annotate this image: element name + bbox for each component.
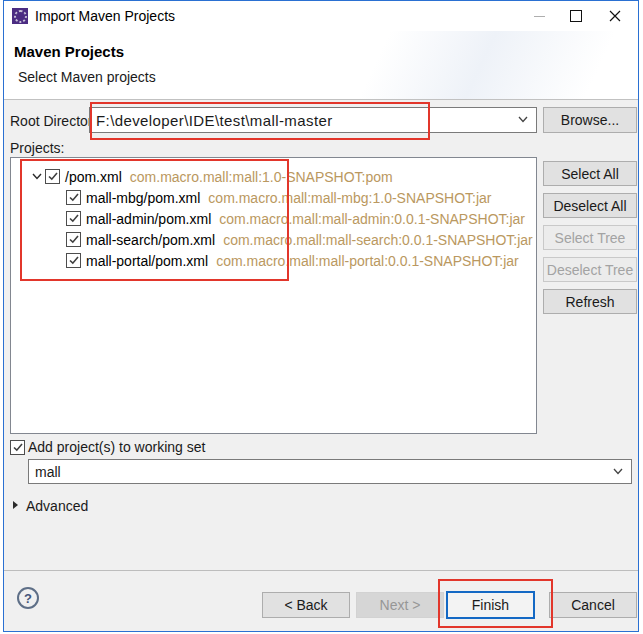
cancel-button[interactable]: Cancel <box>549 592 637 618</box>
next-button: Next > <box>356 592 444 618</box>
chevron-expanded-icon[interactable] <box>32 173 45 180</box>
project-gav: com.macro.mall:mall-search:0.0.1-SNAPSHO… <box>223 232 533 248</box>
project-name: /pom.xml <box>65 169 122 185</box>
tree-item-mall-admin[interactable]: mall-admin/pom.xml com.macro.mall:mall-a… <box>11 208 536 229</box>
project-gav: com.macro.mall:mall-admin:0.0.1-SNAPSHOT… <box>219 211 525 227</box>
project-checkbox[interactable] <box>66 190 81 205</box>
browse-button[interactable]: Browse... <box>543 107 637 133</box>
checkmark-icon <box>69 193 79 202</box>
window-title: Import Maven Projects <box>35 8 175 24</box>
wizard-banner: Maven Projects Select Maven projects <box>4 31 638 100</box>
project-name: mall-portal/pom.xml <box>86 253 208 269</box>
deselect-all-button[interactable]: Deselect All <box>543 193 637 218</box>
page-title: Maven Projects <box>14 43 124 60</box>
finish-button[interactable]: Finish <box>446 591 535 619</box>
advanced-toggle[interactable]: Advanced <box>26 498 88 514</box>
tree-item-root-pom[interactable]: /pom.xml com.macro.mall:mall:1.0-SNAPSHO… <box>11 166 536 187</box>
project-gav: com.macro.mall:mall:1.0-SNAPSHOT:pom <box>130 169 393 185</box>
close-button[interactable] <box>600 1 630 31</box>
project-checkbox[interactable] <box>66 211 81 226</box>
checkmark-icon <box>69 214 79 223</box>
working-set-checkbox[interactable] <box>10 440 25 455</box>
tree-item-mall-search[interactable]: mall-search/pom.xml com.macro.mall:mall-… <box>11 229 536 250</box>
select-all-button[interactable]: Select All <box>543 161 637 186</box>
project-checkbox[interactable] <box>45 169 60 184</box>
working-set-value: mall <box>35 464 61 480</box>
projects-label: Projects: <box>10 140 64 156</box>
project-name: mall-mbg/pom.xml <box>86 190 200 206</box>
project-gav: com.macro.mall:mall-portal:0.0.1-SNAPSHO… <box>216 253 519 269</box>
maximize-button[interactable] <box>561 1 591 31</box>
maximize-icon <box>570 10 582 22</box>
checkmark-icon <box>48 172 58 181</box>
projects-tree[interactable]: /pom.xml com.macro.mall:mall:1.0-SNAPSHO… <box>10 157 537 434</box>
project-gav: com.macro.mall:mall-mbg:1.0-SNAPSHOT:jar <box>208 190 491 206</box>
page-subtitle: Select Maven projects <box>18 69 156 85</box>
working-set-combo[interactable]: mall <box>28 459 632 484</box>
minimize-icon <box>534 16 545 17</box>
project-checkbox[interactable] <box>66 253 81 268</box>
project-checkbox[interactable] <box>66 232 81 247</box>
tree-item-mall-mbg[interactable]: mall-mbg/pom.xml com.macro.mall:mall-mbg… <box>11 187 536 208</box>
chevron-down-icon <box>613 468 623 475</box>
titlebar[interactable]: Import Maven Projects <box>4 1 638 31</box>
chevron-down-icon <box>518 116 528 123</box>
refresh-button[interactable]: Refresh <box>543 289 637 314</box>
footer-divider <box>4 570 638 571</box>
checkmark-icon <box>69 235 79 244</box>
deselect-tree-button: Deselect Tree <box>543 257 637 282</box>
screenshot-stage: Import Maven Projects Maven Projects Sel… <box>0 0 643 634</box>
root-directory-value: F:\developer\IDE\test\mall-master <box>96 112 333 129</box>
root-directory-combo[interactable]: F:\developer\IDE\test\mall-master <box>89 107 537 133</box>
back-button[interactable]: < Back <box>262 592 350 618</box>
advanced-collapsed-icon[interactable] <box>13 501 18 509</box>
project-name: mall-search/pom.xml <box>86 232 215 248</box>
maven-import-icon <box>12 8 28 24</box>
minimize-button[interactable] <box>524 1 554 31</box>
help-button[interactable]: ? <box>17 587 39 609</box>
checkmark-icon <box>69 256 79 265</box>
project-name: mall-admin/pom.xml <box>86 211 211 227</box>
working-set-label: Add project(s) to working set <box>28 439 205 455</box>
select-tree-button: Select Tree <box>543 225 637 250</box>
tree-item-mall-portal[interactable]: mall-portal/pom.xml com.macro.mall:mall-… <box>11 250 536 271</box>
close-icon <box>609 10 621 22</box>
import-maven-projects-dialog: Import Maven Projects Maven Projects Sel… <box>3 0 639 632</box>
checkmark-icon <box>13 443 23 452</box>
